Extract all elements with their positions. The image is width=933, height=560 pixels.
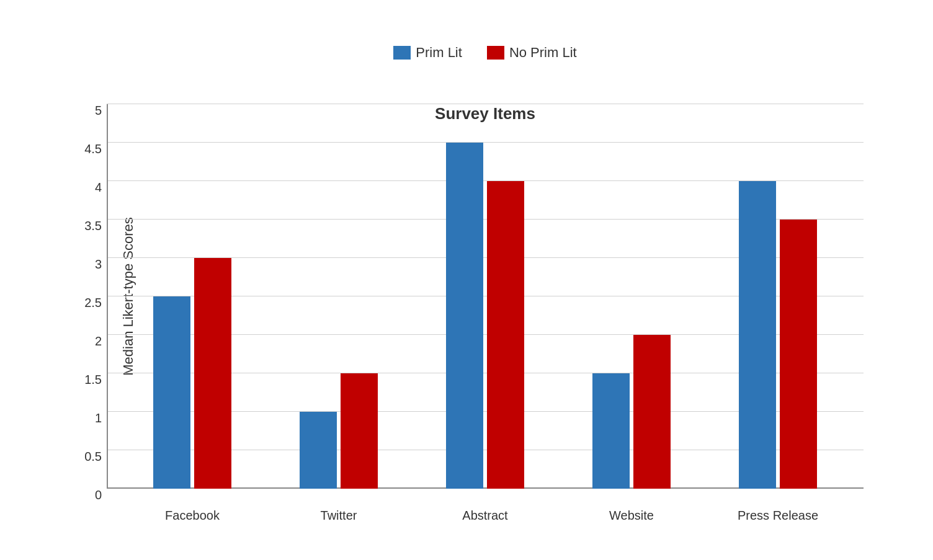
- bar-no-prim-lit: [633, 335, 671, 489]
- legend-label-prim-lit: Prim Lit: [416, 45, 462, 61]
- y-tick-label: 1: [76, 411, 102, 425]
- chart-container: Prim Lit No Prim Lit Median Likert-type …: [32, 26, 901, 535]
- svg-rect-1: [487, 46, 504, 60]
- bars-area: [107, 104, 864, 489]
- x-tick-label: Facebook: [119, 509, 266, 523]
- prim-lit-swatch: [393, 46, 411, 60]
- y-tick-label: 3.5: [76, 218, 102, 233]
- svg-rect-0: [393, 46, 411, 60]
- y-tick-label: 0.5: [76, 449, 102, 463]
- x-tick-label: Press Release: [705, 509, 851, 523]
- legend-item-prim-lit: Prim Lit: [393, 45, 462, 61]
- y-tick-label: 3: [76, 257, 102, 271]
- no-prim-lit-swatch: [487, 46, 504, 60]
- chart-area: Median Likert-type Scores 54.543.532.521…: [107, 104, 864, 489]
- bar-group: [119, 258, 266, 489]
- x-tick-label: Abstract: [412, 509, 558, 523]
- y-tick-label: 1.5: [76, 372, 102, 386]
- x-axis-labels: FacebookTwitterAbstractWebsitePress Rele…: [107, 509, 864, 523]
- y-tick-label: 5: [76, 103, 102, 117]
- bar-no-prim-lit: [780, 220, 817, 489]
- y-tick-label: 2.5: [76, 295, 102, 309]
- bar-group: [705, 181, 851, 489]
- y-tick-label: 2: [76, 334, 102, 348]
- bar-group: [412, 143, 558, 489]
- bar-prim-lit: [153, 296, 190, 489]
- chart-legend: Prim Lit No Prim Lit: [107, 45, 864, 61]
- legend-item-no-prim-lit: No Prim Lit: [487, 45, 577, 61]
- plot-area: 54.543.532.521.510.50 FacebookTwitterAbs…: [107, 104, 864, 489]
- x-tick-label: Website: [558, 509, 705, 523]
- bar-no-prim-lit: [487, 181, 524, 489]
- y-tick-label: 0: [76, 487, 102, 502]
- legend-label-no-prim-lit: No Prim Lit: [509, 45, 577, 61]
- y-tick-label: 4: [76, 180, 102, 194]
- bar-no-prim-lit: [341, 373, 378, 489]
- x-tick-label: Twitter: [266, 509, 412, 523]
- bar-prim-lit: [592, 373, 630, 489]
- bar-group: [558, 335, 705, 489]
- y-tick-label: 4.5: [76, 141, 102, 156]
- bar-prim-lit: [446, 143, 483, 489]
- bar-no-prim-lit: [194, 258, 231, 489]
- bar-group: [266, 373, 412, 489]
- bar-prim-lit: [300, 412, 337, 489]
- bar-prim-lit: [739, 181, 776, 489]
